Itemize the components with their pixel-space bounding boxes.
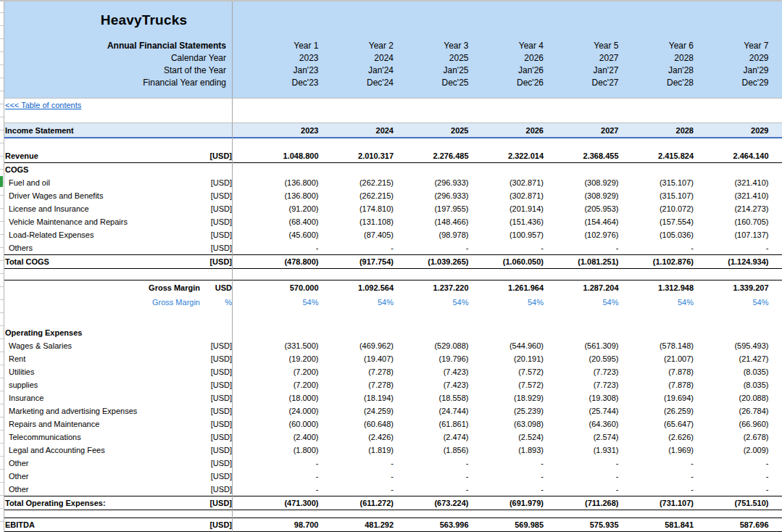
band-year-cell: 2028 bbox=[619, 126, 694, 135]
value-cell: (25.239) bbox=[469, 407, 544, 415]
header-cell: Dec'26 bbox=[469, 78, 544, 88]
row-values: (2.400)(2.426)(2.474)(2.524)(2.574)(2.62… bbox=[244, 433, 769, 441]
row-unit: [USD] bbox=[211, 472, 232, 481]
band-year-cell: 2025 bbox=[394, 126, 469, 135]
row-label: Others bbox=[5, 244, 211, 252]
header-cell: 2025 bbox=[394, 53, 469, 63]
spreadsheet: HeavyTrucks Annual Financial StatementsY… bbox=[0, 0, 782, 532]
value-cell: (102.976) bbox=[544, 230, 619, 239]
row-label: Rent bbox=[5, 354, 211, 363]
value-cell: (19.796) bbox=[394, 354, 469, 363]
row-label: Fuel and oil bbox=[5, 178, 211, 187]
value-cell: (131.108) bbox=[319, 217, 394, 226]
value-cell: (68.400) bbox=[244, 217, 319, 226]
value-cell: (61.861) bbox=[394, 420, 469, 428]
sheet-content: HeavyTrucks Annual Financial StatementsY… bbox=[4, 0, 782, 532]
value-cell: (7.423) bbox=[394, 381, 469, 389]
row-label-cell: Marketing and advertising Expenses[USD] bbox=[4, 407, 232, 415]
value-cell: (611.272) bbox=[319, 499, 394, 507]
row-gross-margin-usd: Gross MarginUSD570.0001.092.5641.237.220… bbox=[4, 280, 782, 295]
column-gridline bbox=[232, 0, 233, 532]
value-cell: 98.700 bbox=[244, 520, 319, 529]
value-cell: (331.500) bbox=[244, 341, 319, 350]
value-cell: 1.261.964 bbox=[469, 283, 544, 292]
value-cell: 2.415.824 bbox=[619, 151, 694, 160]
income-statement-title: Income Statement bbox=[4, 126, 232, 135]
value-cell: (205.953) bbox=[544, 204, 619, 213]
row-label: License and Insurance bbox=[5, 204, 211, 213]
value-cell: (60.000) bbox=[244, 420, 319, 428]
value-cell: (1.819) bbox=[319, 446, 394, 454]
value-cell: (478.800) bbox=[244, 257, 319, 266]
header-cell: Jan'23 bbox=[244, 65, 319, 75]
value-cell: 581.841 bbox=[619, 520, 694, 529]
header-cell: 2027 bbox=[544, 53, 619, 63]
row-label: EBITDA bbox=[5, 520, 209, 529]
row-values: (18.000)(18.194)(18.558)(18.929)(19.308)… bbox=[244, 394, 769, 402]
row-label: Utilities bbox=[5, 367, 211, 376]
row-label-cell: Revenue[USD] bbox=[4, 151, 232, 160]
value-cell: - bbox=[544, 244, 619, 252]
row-unit: [USD] bbox=[209, 151, 232, 160]
value-cell: - bbox=[469, 244, 544, 252]
row-unit: [USD] bbox=[211, 354, 232, 363]
row-unit: [USD] bbox=[209, 499, 232, 507]
value-cell: 1.048.800 bbox=[244, 151, 319, 160]
value-cell: - bbox=[469, 485, 544, 494]
row-values: (1.800)(1.819)(1.856)(1.893)(1.931)(1.96… bbox=[244, 446, 769, 454]
spacer-row bbox=[4, 138, 782, 149]
row-cogs-others: Others[USD]------- bbox=[4, 241, 782, 254]
row-driver-wages: Driver Wages and Benefits[USD](136.800)(… bbox=[4, 189, 782, 202]
row-label-cell: Vehicle Maintenance and Repairs[USD] bbox=[4, 217, 232, 226]
value-cell: (21.427) bbox=[694, 354, 769, 363]
value-cell: 54% bbox=[319, 298, 394, 307]
value-cell: (18.558) bbox=[394, 394, 469, 402]
value-cell: (1.039.265) bbox=[394, 257, 469, 266]
toc-row: <<< Table of contents bbox=[4, 99, 782, 111]
value-cell: (136.800) bbox=[244, 178, 319, 187]
value-cell: (20.595) bbox=[544, 354, 619, 363]
row-license-insurance: License and Insurance[USD](91.200)(174.8… bbox=[4, 202, 782, 215]
row-label: Other bbox=[5, 472, 211, 481]
row-values: ------- bbox=[244, 485, 769, 494]
value-cell: (214.273) bbox=[694, 204, 769, 213]
value-cell: (308.929) bbox=[544, 191, 619, 200]
value-cell: (136.800) bbox=[244, 191, 319, 200]
row-label: Revenue bbox=[5, 151, 209, 160]
statement-rows: Revenue[USD]1.048.8002.010.3172.276.4852… bbox=[4, 149, 782, 532]
value-cell: 2.464.140 bbox=[694, 151, 769, 160]
value-cell: (87.405) bbox=[319, 230, 394, 239]
row-other-2: Other[USD]------- bbox=[4, 470, 782, 483]
row-unit: USD bbox=[200, 283, 232, 292]
band-year-cell: 2023 bbox=[244, 126, 319, 135]
row-other-3: Other[USD]------- bbox=[4, 483, 782, 496]
header-cell: Year 7 bbox=[694, 41, 769, 51]
row-label-cell: supplies[USD] bbox=[4, 381, 232, 389]
value-cell: 54% bbox=[244, 298, 319, 307]
value-cell: (7.200) bbox=[244, 367, 319, 376]
header-cell: Dec'24 bbox=[319, 78, 394, 88]
row-values: (331.500)(469.962)(529.088)(544.960)(561… bbox=[244, 341, 769, 350]
header-cell: Jan'28 bbox=[619, 65, 694, 75]
value-cell: (64.360) bbox=[544, 420, 619, 428]
row-supplies: supplies[USD](7.200)(7.278)(7.423)(7.572… bbox=[4, 378, 782, 391]
header-cell: Jan'24 bbox=[319, 65, 394, 75]
value-cell: 54% bbox=[394, 298, 469, 307]
header-cell: Year 1 bbox=[244, 41, 319, 51]
table-of-contents-link[interactable]: <<< Table of contents bbox=[5, 101, 81, 109]
header-row: Annual Financial StatementsYear 1Year 2Y… bbox=[4, 39, 782, 51]
value-cell: (7.878) bbox=[619, 381, 694, 389]
value-cell: - bbox=[694, 485, 769, 494]
value-cell: - bbox=[319, 244, 394, 252]
value-cell: - bbox=[694, 472, 769, 481]
value-cell: (1.969) bbox=[619, 446, 694, 454]
value-cell: - bbox=[619, 485, 694, 494]
value-cell: 1.287.204 bbox=[544, 283, 619, 292]
value-cell: (107.137) bbox=[694, 230, 769, 239]
row-values: ------- bbox=[244, 459, 769, 467]
value-cell: 1.092.564 bbox=[319, 283, 394, 292]
value-cell: (731.107) bbox=[619, 499, 694, 507]
value-cell: (262.215) bbox=[319, 178, 394, 187]
value-cell: (91.200) bbox=[244, 204, 319, 213]
value-cell: (7.723) bbox=[544, 367, 619, 376]
